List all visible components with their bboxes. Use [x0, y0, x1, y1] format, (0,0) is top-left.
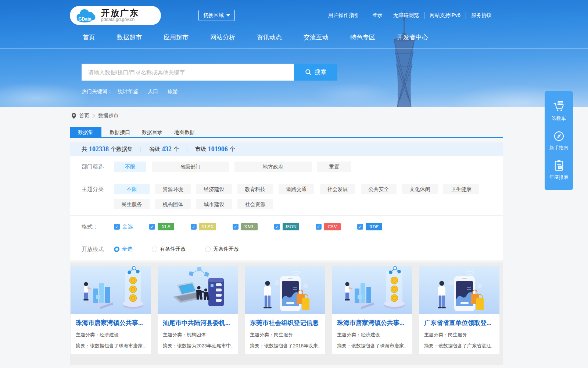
format-option-rdf[interactable]: ✓ RDF [357, 223, 382, 230]
checkbox-checked-icon[interactable]: ✓ [316, 224, 322, 230]
dataset-card[interactable]: 珠海市唐家湾镇公共事... 主题分类：经济建设 摘要：该数据包含了珠海市唐家..… [71, 266, 151, 354]
format-select-all[interactable]: ✓ 全选 [114, 223, 133, 230]
dataset-thumbnail [245, 266, 325, 314]
search-input[interactable] [82, 64, 294, 81]
side-item-beginner-guide[interactable]: 新手指南 [545, 126, 573, 155]
link-ipv6[interactable]: 网站支持IPv6 [424, 12, 466, 19]
cart-data-icon [553, 100, 565, 113]
format-option-csv[interactable]: ✓ CSV [316, 223, 341, 230]
dataset-title[interactable]: 汕尾市中共陆河县委机... [163, 319, 233, 327]
province-count: 432 [162, 145, 172, 153]
dataset-category: 主题分类：民生服务 [250, 332, 320, 338]
side-item-data-cart[interactable]: 选数车 [545, 96, 573, 126]
site-domain: gddata.gd.gov.cn [101, 17, 139, 22]
department-option-unlimited[interactable]: 不限 [114, 162, 146, 172]
compass-icon [553, 130, 565, 142]
theme-option[interactable]: 不限 [114, 184, 150, 194]
region-switch-button[interactable]: 切换区域 [198, 10, 235, 21]
dataset-summary: 摘要：该数据为2023年汕尾市中... [163, 343, 233, 349]
theme-option[interactable]: 经济建设 [196, 184, 232, 194]
checkbox-checked-icon[interactable]: ✓ [114, 224, 120, 230]
search-button[interactable]: 搜索 [294, 64, 337, 81]
gdata-cloud-icon [75, 8, 98, 23]
department-reset-button[interactable]: 重置 [317, 162, 351, 172]
breadcrumb-current: 数据超市 [98, 113, 119, 119]
stats-bar: 共 102338 个数据集 | 省级 432 个 | 市级 101906 个 [70, 142, 503, 156]
nav-item-site-analysis[interactable]: 网站分析 [210, 33, 235, 42]
divider: | [140, 146, 141, 152]
dataset-category: 主题分类：经济建设 [337, 332, 407, 338]
hot-keywords: 热门关键词： 统计年鉴 人口 旅游 [82, 88, 588, 95]
hot-keyword-population[interactable]: 人口 [148, 88, 158, 95]
nav-item-home[interactable]: 首页 [83, 33, 95, 42]
dataset-title[interactable]: 珠海市唐家湾镇公共事... [76, 319, 146, 327]
location-pin-icon [72, 113, 76, 119]
hero-banner: 开放广东 gddata.gd.gov.cn 切换区域 用户操作指引 登录 无障碍… [0, 0, 588, 107]
top-bar: 开放广东 gddata.gd.gov.cn 切换区域 用户操作指引 登录 无障碍… [0, 0, 588, 26]
theme-option[interactable]: 机构团体 [155, 199, 191, 209]
theme-option[interactable]: 卫生健康 [443, 184, 479, 194]
link-accessibility[interactable]: 无障碍浏览 [388, 12, 424, 19]
open-mode-option-unconditional[interactable]: 无条件开放 [205, 246, 239, 252]
link-user-guide[interactable]: 用户操作指引 [328, 12, 367, 19]
format-option-xlsx[interactable]: ✓ XLSX [191, 223, 216, 230]
dataset-title[interactable]: 东莞市社会组织登记信息 [250, 319, 320, 327]
tab-data-catalog[interactable]: 数据目录 [136, 127, 168, 137]
dataset-title[interactable]: 珠海市唐家湾镇公共事... [337, 319, 407, 327]
utility-links: 用户操作指引 登录 无障碍浏览 网站支持IPv6 服务协议 [328, 12, 497, 19]
tab-data-api[interactable]: 数据接口 [104, 127, 136, 137]
main-content: 首页 数据超市 数据集 数据接口 数据目录 地图数据 共 102338 个数据集… [70, 107, 503, 365]
hot-keyword-tourism[interactable]: 旅游 [168, 88, 178, 95]
nav-item-interaction[interactable]: 交流互动 [304, 33, 329, 42]
open-mode-filter-label: 开放模式 [82, 244, 114, 254]
radio-selected-icon[interactable] [114, 247, 119, 252]
theme-option[interactable]: 城市建设 [196, 199, 232, 209]
hot-keyword-statistical-yearbook[interactable]: 统计年鉴 [118, 88, 138, 95]
department-option-provincial[interactable]: 省级部门 [152, 162, 229, 172]
radio-icon[interactable] [205, 247, 211, 252]
dataset-thumbnail [332, 266, 412, 314]
dataset-title[interactable]: 广东省省直单位领取登... [424, 319, 494, 327]
format-option-xls[interactable]: ✓ XLS [149, 223, 174, 230]
dataset-card[interactable]: 广东省省直单位领取登... 主题分类：民生服务 摘要：该数据包含了广东省湛江..… [419, 266, 499, 354]
link-login[interactable]: 登录 [367, 12, 388, 19]
open-mode-option-conditional[interactable]: 有条件开放 [152, 246, 186, 252]
theme-option[interactable]: 民生服务 [114, 199, 150, 209]
checkbox-checked-icon[interactable]: ✓ [357, 224, 363, 230]
format-option-xml[interactable]: ✓ XML [233, 223, 258, 230]
department-option-local-gov[interactable]: 地方政府 [234, 162, 312, 172]
site-logo[interactable]: 开放广东 gddata.gd.gov.cn [70, 6, 161, 25]
radio-icon[interactable] [152, 247, 157, 252]
checkbox-checked-icon[interactable]: ✓ [233, 224, 239, 230]
tab-datasets[interactable]: 数据集 [70, 127, 101, 137]
search-bar: 搜索 [82, 64, 588, 81]
nav-item-developer-center[interactable]: 开发者中心 [397, 33, 428, 42]
format-option-json[interactable]: ✓ JSON [274, 223, 299, 230]
breadcrumb-home[interactable]: 首页 [79, 113, 89, 119]
theme-option[interactable]: 公共安全 [361, 184, 397, 194]
tab-map-data[interactable]: 地图数据 [168, 127, 201, 137]
nav-item-special-zone[interactable]: 特色专区 [350, 33, 375, 42]
dataset-card[interactable]: 东莞市社会组织登记信息 主题分类：民生服务 摘要：该数据包含了2018年以来..… [245, 266, 325, 354]
theme-option[interactable]: 教育科技 [237, 184, 273, 194]
theme-option[interactable]: 资源环境 [155, 184, 191, 194]
theme-option[interactable]: 社会资源 [237, 199, 273, 209]
link-service-agreement[interactable]: 服务协议 [466, 12, 497, 19]
checkbox-checked-icon[interactable]: ✓ [191, 224, 197, 230]
filter-row-theme: 主题分类 不限 资源环境 经济建设 教育科技 道路交通 社会发展 公共安全 文化… [70, 178, 503, 216]
nav-item-data-market[interactable]: 数据超市 [117, 33, 142, 42]
theme-option[interactable]: 道路交通 [279, 184, 314, 194]
annual-report-icon [553, 159, 565, 172]
theme-option[interactable]: 社会发展 [320, 184, 355, 194]
nav-item-app-market[interactable]: 应用超市 [164, 33, 189, 42]
dataset-card[interactable]: 珠海市唐家湾镇公共事... 主题分类：经济建设 摘要：该数据包含了珠海市唐家..… [332, 266, 412, 354]
dataset-summary: 摘要：该数据包含了珠海市唐家... [337, 343, 407, 349]
dataset-card[interactable]: 汕尾市中共陆河县委机... 主题分类：机构团体 摘要：该数据为2023年汕尾市中… [158, 266, 238, 354]
checkbox-checked-icon[interactable]: ✓ [274, 224, 280, 230]
theme-option[interactable]: 文化休闲 [402, 184, 438, 194]
nav-item-news[interactable]: 资讯动态 [257, 33, 282, 42]
checkbox-checked-icon[interactable]: ✓ [149, 224, 155, 230]
floating-side-panel: 选数车 新手指南 年度报表 [545, 91, 573, 190]
open-mode-option-all[interactable]: 全选 [114, 246, 132, 252]
side-item-annual-report[interactable]: 年度报表 [545, 155, 573, 185]
